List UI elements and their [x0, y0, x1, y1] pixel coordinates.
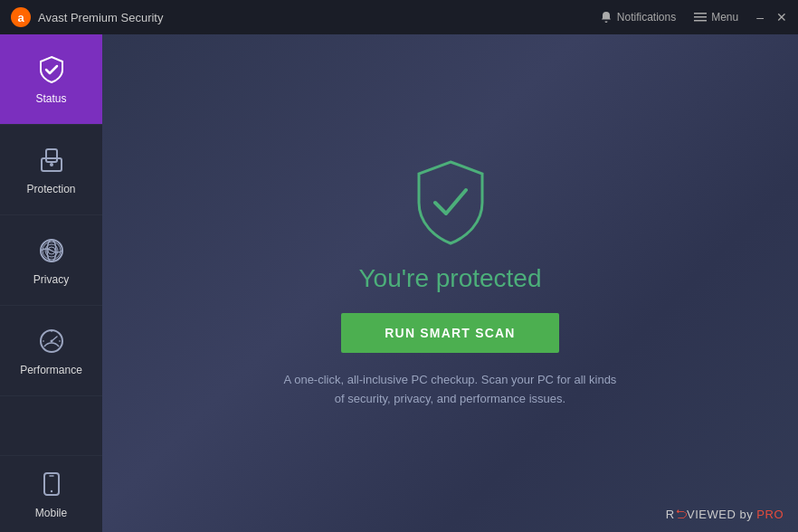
menu-button[interactable]: Menu	[694, 11, 738, 24]
svg-rect-3	[694, 16, 707, 18]
title-bar: a Avast Premium Security Notifications M…	[0, 0, 798, 34]
menu-label: Menu	[711, 11, 738, 24]
sidebar-item-mobile[interactable]: Mobile	[0, 455, 102, 532]
sidebar: Status Protection	[0, 34, 102, 532]
menu-icon	[694, 13, 707, 22]
sidebar-item-status[interactable]: Status	[0, 34, 102, 125]
sidebar-spacer	[0, 396, 102, 455]
sidebar-item-protection[interactable]: Protection	[0, 125, 102, 215]
scan-description: A one-click, all-inclusive PC checkup. S…	[279, 371, 622, 409]
svg-rect-5	[46, 149, 57, 162]
bell-icon	[600, 11, 613, 24]
svg-point-7	[50, 163, 53, 166]
svg-text:a: a	[17, 11, 24, 24]
status-icon	[36, 54, 67, 85]
svg-point-15	[50, 339, 52, 342]
main-layout: Status Protection	[0, 34, 798, 532]
sidebar-item-mobile-label: Mobile	[35, 507, 67, 519]
title-bar-right: Notifications Menu – ✕	[600, 11, 787, 24]
title-bar-left: a Avast Premium Security	[11, 7, 163, 27]
shield-protected-icon	[410, 157, 491, 248]
protected-text: You're protected	[358, 264, 541, 293]
close-button[interactable]: ✕	[776, 11, 787, 24]
watermark-text: R	[666, 508, 675, 521]
main-content: You're protected RUN SMART SCAN A one-cl…	[102, 34, 798, 532]
notifications-button[interactable]: Notifications	[600, 11, 676, 24]
svg-rect-2	[694, 13, 707, 14]
window-controls: – ✕	[756, 11, 787, 24]
svg-rect-4	[694, 20, 707, 22]
sidebar-item-privacy[interactable]: Privacy	[0, 215, 102, 306]
protection-icon	[36, 145, 67, 176]
mobile-icon	[36, 469, 67, 499]
notifications-label: Notifications	[617, 11, 676, 24]
minimize-button[interactable]: –	[756, 11, 764, 24]
watermark: R⮌VIEWED by PRO	[666, 508, 784, 521]
sidebar-item-performance[interactable]: Performance	[0, 306, 102, 396]
app-title: Avast Premium Security	[38, 11, 163, 24]
sidebar-item-performance-label: Performance	[20, 364, 82, 376]
run-smart-scan-button[interactable]: RUN SMART SCAN	[341, 313, 558, 353]
sidebar-item-protection-label: Protection	[26, 183, 75, 195]
avast-logo-icon: a	[11, 7, 31, 27]
performance-icon	[36, 326, 67, 356]
watermark-text2: VIEWED	[687, 508, 736, 521]
svg-point-21	[50, 490, 52, 492]
shield-container	[410, 157, 491, 248]
sidebar-item-privacy-label: Privacy	[33, 273, 69, 286]
sidebar-item-status-label: Status	[35, 92, 66, 105]
privacy-icon	[36, 235, 67, 266]
